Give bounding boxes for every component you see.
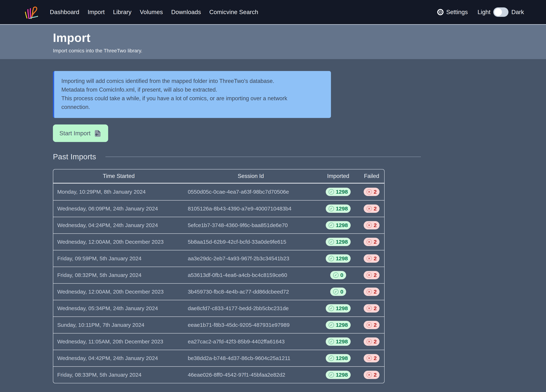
check-circle-icon: ✓ <box>329 189 334 195</box>
table-row[interactable]: Wednesday, 05:34PM, 24th January 2024 da… <box>53 300 384 316</box>
x-circle-icon: ✕ <box>366 289 372 294</box>
table-row[interactable]: Friday, 08:33PM, 5th January 2024 46eae0… <box>53 366 384 383</box>
x-circle-icon: ✕ <box>366 322 372 328</box>
time-started-cell: Wednesday, 05:34PM, 24th January 2024 <box>53 305 184 311</box>
imported-count: 1298 <box>336 305 348 311</box>
nav-items: DashboardImportLibraryVolumesDownloadsCo… <box>50 9 258 16</box>
failed-count: 2 <box>374 206 377 212</box>
session-id-cell: be38dd2a-b748-4d37-86cb-9604c25a1211 <box>184 355 317 361</box>
failed-count: 2 <box>374 189 377 195</box>
table-row[interactable]: Monday, 10:29PM, 8th January 2024 0550d0… <box>53 183 384 200</box>
failed-count: 2 <box>374 355 377 361</box>
imported-badge: ✓ 1298 <box>326 188 351 196</box>
table-row[interactable]: Sunday, 10:11PM, 7th January 2024 eeae1b… <box>53 316 384 333</box>
time-started-cell: Friday, 08:32PM, 5th January 2024 <box>53 272 184 278</box>
session-id-cell: 8105126a-8b43-4390-a7e9-4000710483b4 <box>184 206 317 212</box>
imported-count: 0 <box>340 272 343 278</box>
time-started-cell: Wednesday, 06:09PM, 24th January 2024 <box>53 206 184 212</box>
failed-badge: ✕ 2 <box>364 238 380 246</box>
failed-count: 2 <box>374 305 377 311</box>
imported-count: 1298 <box>336 206 348 212</box>
check-circle-icon: ✓ <box>329 222 334 228</box>
failed-badge: ✕ 2 <box>364 204 380 213</box>
threetwo-logo[interactable] <box>24 3 39 21</box>
imported-badge: ✓ 1298 <box>326 254 351 263</box>
failed-badge: ✕ 2 <box>364 188 380 196</box>
table-row[interactable]: Wednesday, 04:42PM, 24th January 2024 be… <box>53 350 384 366</box>
col-time-started: Time Started <box>53 173 184 179</box>
time-started-cell: Wednesday, 04:24PM, 24th January 2024 <box>53 222 184 228</box>
x-circle-icon: ✕ <box>366 189 372 195</box>
session-id-cell: a53613df-0fb1-4ea6-a4cb-bc4c8159ce60 <box>184 272 317 278</box>
col-failed: Failed <box>359 173 384 179</box>
nav-item-volumes[interactable]: Volumes <box>140 9 163 15</box>
past-imports-header: Past Imports <box>53 152 546 161</box>
table-header-row: Time Started Session Id Imported Failed <box>53 170 384 183</box>
past-imports-table: Time Started Session Id Imported Failed … <box>53 169 385 383</box>
nav-item-import[interactable]: Import <box>88 9 105 15</box>
imported-badge: ✓ 1298 <box>326 354 351 362</box>
time-started-cell: Wednesday, 04:42PM, 24th January 2024 <box>53 355 184 361</box>
failed-badge: ✕ 2 <box>364 337 380 346</box>
past-imports-heading: Past Imports <box>53 152 96 161</box>
table-row[interactable]: Wednesday, 11:05AM, 20th December 2023 e… <box>53 333 384 350</box>
failed-badge: ✕ 2 <box>364 271 380 279</box>
table-row[interactable]: Wednesday, 04:24PM, 24th January 2024 5e… <box>53 217 384 233</box>
table-row[interactable]: Wednesday, 12:00AM, 20th December 2023 5… <box>53 233 384 250</box>
table-row[interactable]: Friday, 08:32PM, 5th January 2024 a53613… <box>53 267 384 283</box>
x-circle-icon: ✕ <box>366 306 372 311</box>
nav-item-library[interactable]: Library <box>113 9 131 15</box>
page-subtitle: Import comics into the ThreeTwo library. <box>53 48 546 54</box>
session-id-cell: 0550d05c-0cae-4ea7-a63f-98bc7d70506e <box>184 189 317 195</box>
check-circle-icon: ✓ <box>333 289 338 294</box>
imported-badge: ✓ 1298 <box>326 221 351 229</box>
time-started-cell: Sunday, 10:11PM, 7th January 2024 <box>53 322 184 328</box>
imported-badge: ✓ 1298 <box>326 238 351 246</box>
imported-badge: ✓ 1298 <box>326 337 351 346</box>
check-circle-icon: ✓ <box>329 306 334 311</box>
theme-dark-label: Dark <box>511 9 524 16</box>
session-id-cell: 5efce1b7-3748-4360-9f6c-baa851de6e70 <box>184 222 317 228</box>
col-session-id: Session Id <box>184 173 317 179</box>
x-circle-icon: ✕ <box>366 239 372 245</box>
time-started-cell: Wednesday, 11:05AM, 20th December 2023 <box>53 339 184 345</box>
file-import-icon <box>93 129 102 137</box>
session-id-cell: 3b459730-fbc8-4e4b-ac77-dd86dcbeed72 <box>184 289 317 295</box>
info-line: This process could take a while, if you … <box>61 94 309 111</box>
check-circle-icon: ✓ <box>329 256 334 261</box>
heading-rule <box>105 157 421 157</box>
threetwo-logo-icon <box>24 3 39 21</box>
x-circle-icon: ✕ <box>366 206 372 211</box>
imported-count: 1298 <box>336 255 348 261</box>
nav-item-comicvine-search[interactable]: Comicvine Search <box>209 9 258 15</box>
top-nav: DashboardImportLibraryVolumesDownloadsCo… <box>0 0 546 25</box>
settings-label: Settings <box>446 9 468 16</box>
info-line: Importing will add comics identified fro… <box>61 77 309 85</box>
table-row[interactable]: Wednesday, 06:09PM, 24th January 2024 81… <box>53 200 384 217</box>
time-started-cell: Wednesday, 12:00AM, 20th December 2023 <box>53 289 184 295</box>
failed-count: 2 <box>374 339 377 345</box>
import-table-body: Monday, 10:29PM, 8th January 2024 0550d0… <box>53 183 384 383</box>
start-import-label: Start Import <box>59 130 91 137</box>
failed-count: 2 <box>374 255 377 261</box>
imported-count: 1298 <box>336 222 348 228</box>
start-import-button[interactable]: Start Import <box>53 124 108 142</box>
nav-item-downloads[interactable]: Downloads <box>171 9 201 15</box>
check-circle-icon: ✓ <box>329 239 334 245</box>
failed-count: 2 <box>374 222 377 228</box>
table-row[interactable]: Friday, 09:59PM, 5th January 2024 aa3e29… <box>53 250 384 267</box>
failed-badge: ✕ 2 <box>364 321 380 329</box>
table-row[interactable]: Wednesday, 12:00AM, 20th December 2023 3… <box>53 283 384 300</box>
imported-badge: ✓ 1298 <box>326 304 351 313</box>
settings-button[interactable]: Settings <box>437 8 468 16</box>
page-header: Import Import comics into the ThreeTwo l… <box>0 25 546 59</box>
nav-item-dashboard[interactable]: Dashboard <box>50 9 79 15</box>
imported-badge: ✓ 1298 <box>326 321 351 329</box>
failed-badge: ✕ 2 <box>364 304 380 313</box>
theme-light-label: Light <box>478 9 491 16</box>
session-id-cell: 5b8aa15d-62b9-42cf-bcfd-33a0de9fe615 <box>184 239 317 245</box>
check-circle-icon: ✓ <box>329 339 334 344</box>
imported-count: 1298 <box>336 322 348 328</box>
session-id-cell: eeae1b71-f8b3-45dc-9205-487931e97989 <box>184 322 317 328</box>
theme-toggle[interactable] <box>493 7 508 17</box>
